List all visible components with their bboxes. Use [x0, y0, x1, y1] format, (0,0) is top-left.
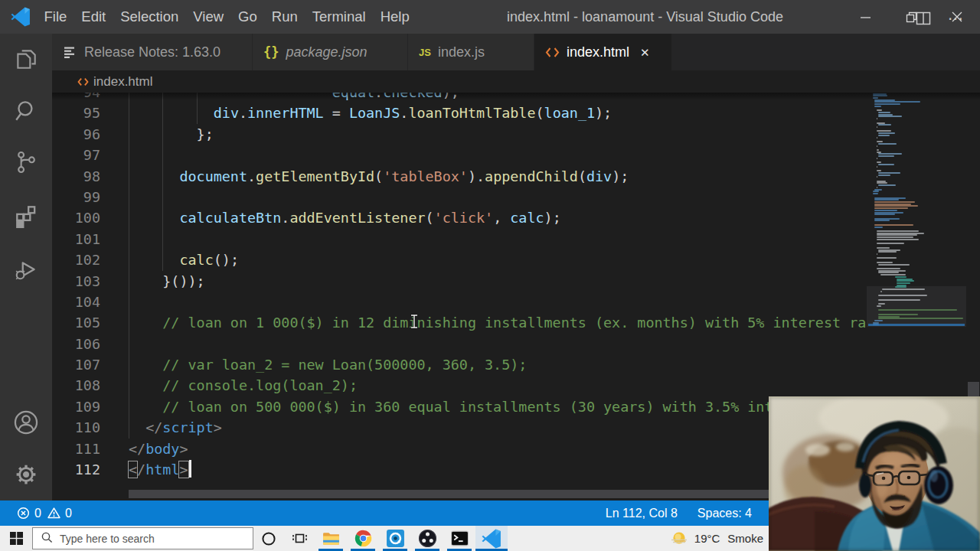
- code-text: calculateBtn.addEventListener('click', c…: [129, 207, 561, 228]
- taskbar-terminal[interactable]: [443, 526, 475, 551]
- menu-terminal[interactable]: Terminal: [305, 0, 373, 34]
- code-text: calc();: [129, 249, 239, 270]
- tab-label: index.js: [438, 44, 485, 60]
- tab-index-html[interactable]: index.html✕: [534, 34, 672, 70]
- line-number: 110: [52, 417, 100, 438]
- activity-bar: [0, 34, 52, 500]
- code-line-102[interactable]: 102 calc();: [52, 249, 866, 270]
- code-line-108[interactable]: 108 // console.log(loan_2);: [52, 375, 866, 396]
- line-number: 101: [52, 229, 100, 249]
- source-control-icon: [13, 149, 39, 175]
- menu-file[interactable]: File: [37, 0, 74, 34]
- minimize-icon: [860, 11, 871, 23]
- window-title: index.html - loanamount - Visual Studio …: [440, 0, 850, 34]
- code-line-99[interactable]: 99: [52, 187, 866, 207]
- line-number: 105: [52, 312, 100, 333]
- code-text: };: [129, 124, 214, 145]
- tab-actions: ⋯: [907, 0, 972, 37]
- taskbar-task-view[interactable]: [284, 526, 315, 551]
- taskbar-media-player[interactable]: [379, 526, 411, 551]
- line-number: 95: [52, 103, 100, 123]
- line-number: 109: [52, 396, 100, 417]
- error-icon: [15, 507, 34, 520]
- close-tab-icon[interactable]: ✕: [640, 47, 650, 58]
- tab-package-json[interactable]: {}package.json: [253, 34, 408, 70]
- code-area[interactable]: 94 equal.checked);95 div.innerHTML = Loa…: [52, 93, 866, 500]
- run-debug-icon: [13, 256, 39, 282]
- code-text: </script>: [129, 417, 222, 438]
- breadcrumb[interactable]: index.html: [52, 70, 980, 93]
- code-text: }());: [129, 271, 205, 292]
- line-number: 111: [52, 439, 100, 459]
- code-text: document.getElementById('tableBox').appe…: [129, 166, 629, 187]
- taskbar-file-explorer[interactable]: [315, 526, 347, 551]
- tab-index-js[interactable]: JSindex.js: [408, 34, 534, 70]
- code-line-104[interactable]: 104: [52, 292, 866, 312]
- status-indentation[interactable]: Spaces: 4: [697, 507, 752, 520]
- code-line-98[interactable]: 98 document.getElementById('tableBox').a…: [52, 166, 866, 187]
- menu-help[interactable]: Help: [373, 0, 416, 34]
- line-number: 99: [52, 187, 100, 207]
- status-cursor-position[interactable]: Ln 112, Col 8: [606, 507, 678, 520]
- code-line-97[interactable]: 97: [52, 145, 866, 165]
- activity-run-debug[interactable]: [0, 249, 52, 289]
- activity-extensions[interactable]: [0, 196, 52, 236]
- menu-selection[interactable]: Selection: [113, 0, 186, 34]
- code-line-111[interactable]: 111</body>: [52, 439, 866, 459]
- ellipsis-icon: ⋯: [948, 9, 964, 28]
- code-line-112[interactable]: 112</html>: [52, 459, 866, 480]
- code-text: </html>: [129, 459, 191, 480]
- code-line-107[interactable]: 107 // var loan_2 = new Loan(500000, 360…: [52, 354, 866, 375]
- code-line-94[interactable]: 94 equal.checked);: [52, 93, 866, 103]
- split-editor-button[interactable]: [916, 11, 931, 25]
- code-line-106[interactable]: 106: [52, 334, 866, 354]
- menu-bar: FileEditSelectionViewGoRunTerminalHelp: [37, 0, 416, 34]
- activity-account[interactable]: [0, 403, 52, 442]
- minimap-slider[interactable]: [867, 286, 966, 327]
- more-actions-button[interactable]: ⋯: [948, 9, 964, 28]
- menu-edit[interactable]: Edit: [74, 0, 113, 34]
- menu-run[interactable]: Run: [264, 0, 305, 34]
- json-icon: {}: [263, 44, 279, 60]
- minimap-current-line: [868, 324, 965, 326]
- activity-search[interactable]: [0, 91, 52, 131]
- menu-go[interactable]: Go: [231, 0, 265, 34]
- indent-guide: [162, 229, 163, 249]
- line-number: 107: [52, 354, 100, 375]
- explorer-icon: [13, 46, 39, 72]
- code-line-96[interactable]: 96 };: [52, 124, 866, 145]
- chrome-icon: [354, 529, 373, 548]
- taskbar-chrome[interactable]: [347, 526, 379, 551]
- code-text: </body>: [129, 439, 188, 459]
- taskbar-obs[interactable]: [411, 526, 443, 551]
- menu-view[interactable]: View: [186, 0, 231, 34]
- activity-source-control[interactable]: [0, 142, 52, 182]
- code-line-105[interactable]: 105 // loan on 1 000($) in 12 diminishin…: [52, 312, 866, 333]
- code-line-110[interactable]: 110 </script>: [52, 417, 866, 438]
- extensions-icon: [13, 203, 39, 229]
- code-line-103[interactable]: 103 }());: [52, 271, 866, 292]
- code-line-101[interactable]: 101: [52, 229, 866, 249]
- indent-guide: [162, 145, 163, 165]
- code-line-109[interactable]: 109 // loan on 500 000($) in 360 equal i…: [52, 396, 866, 417]
- line-number: 104: [52, 292, 100, 312]
- tab-release-notes[interactable]: Release Notes: 1.63.0: [52, 34, 253, 70]
- indent-guide: [129, 145, 129, 165]
- minimize-button[interactable]: [842, 0, 888, 34]
- taskbar-search[interactable]: Type here to search: [32, 527, 253, 549]
- code-line-95[interactable]: 95 div.innerHTML = LoanJS.loanToHtmlTabl…: [52, 103, 866, 123]
- vscode-window: FileEditSelectionViewGoRunTerminalHelp i…: [0, 0, 980, 551]
- status-errors[interactable]: 0: [15, 507, 41, 520]
- taskbar-cortana[interactable]: [253, 526, 284, 551]
- start-button[interactable]: [0, 526, 32, 551]
- code-text: // loan on 500 000($) in 360 equal insta…: [129, 396, 866, 417]
- code-line-100[interactable]: 100 calculateBtn.addEventListener('click…: [52, 207, 866, 228]
- obs-icon: [418, 529, 437, 548]
- weather-widget[interactable]: 19°CSmoke: [670, 526, 763, 551]
- taskbar-vscode[interactable]: [475, 526, 508, 551]
- status-warnings[interactable]: 0: [46, 507, 72, 520]
- horizontal-scrollbar[interactable]: [129, 490, 865, 498]
- activity-explorer[interactable]: [0, 39, 52, 79]
- text-cursor: [189, 460, 191, 478]
- activity-settings[interactable]: [0, 455, 52, 494]
